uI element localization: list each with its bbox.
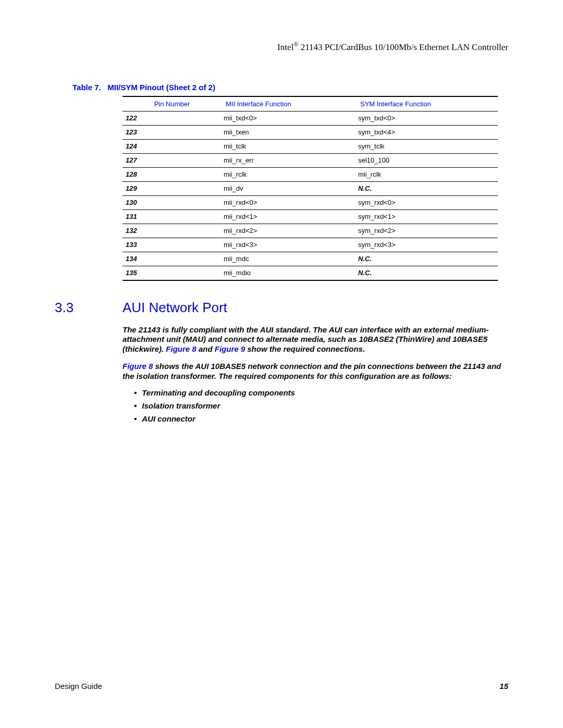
cell-pin: 131 [123, 209, 222, 224]
table-row: 131mii_rxd<1>sym_rxd<1> [123, 209, 498, 224]
cell-sym: mii_rclk [356, 167, 498, 181]
page-number: 15 [499, 682, 508, 690]
cell-sym: sym_rxd<0> [356, 195, 498, 209]
figure-ref-8b[interactable]: Figure 8 [123, 362, 153, 371]
cell-mii: mii_rclk [222, 167, 356, 181]
cell-pin: 122 [123, 111, 222, 125]
header-title: 21143 PCI/CardBus 10/100Mb/s Ethernet LA… [298, 42, 508, 52]
cell-pin: 124 [123, 139, 222, 153]
cell-mii: mii_txen [222, 125, 356, 139]
figure-ref-9[interactable]: Figure 9 [215, 344, 245, 353]
page-footer: Design Guide 15 [55, 682, 508, 690]
table-row: 123mii_txensym_txd<4> [123, 125, 498, 139]
bullet-list: Terminating and decoupling components Is… [123, 388, 508, 424]
page-header: Intel® 21143 PCI/CardBus 10/100Mb/s Ethe… [55, 41, 508, 53]
section-heading: 3.3 AUI Network Port [55, 300, 508, 316]
footer-left: Design Guide [55, 682, 102, 690]
table-header-row: Pin Number MII Interface Function SYM In… [123, 96, 498, 112]
cell-sym: sym_txd<0> [356, 111, 498, 125]
table-row: 133mii_rxd<3>sym_rxd<3> [123, 238, 498, 252]
table-row: 132mii_rxd<2>sym_rxd<2> [123, 224, 498, 238]
table-row: 128mii_rclkmii_rclk [123, 167, 498, 181]
registered-icon: ® [293, 41, 298, 48]
table-row: 135mii_mdioN.C. [123, 266, 498, 280]
cell-pin: 128 [123, 167, 222, 181]
table-row: 129mii_dvN.C. [123, 181, 498, 195]
cell-mii: mii_rxd<1> [222, 209, 356, 224]
table-caption: Table 7. MII/SYM Pinout (Sheet 2 of 2) [72, 83, 508, 92]
cell-sym: N.C. [356, 252, 498, 266]
table-row: 124mii_tclksym_tclk [123, 139, 498, 153]
table-row: 130mii_rxd<0>sym_rxd<0> [123, 195, 498, 209]
cell-mii: mii_rxd<2> [222, 224, 356, 238]
cell-mii: mii_rx_err [222, 153, 356, 167]
cell-mii: mii_mdio [222, 266, 356, 280]
cell-sym: N.C. [356, 181, 498, 195]
list-item: Isolation transformer [134, 401, 508, 411]
cell-sym: sym_rxd<2> [356, 224, 498, 238]
cell-sym: sym_rxd<1> [356, 209, 498, 224]
brand: Intel [277, 42, 293, 52]
table-row: 127mii_rx_errsel10_100 [123, 153, 498, 167]
list-item: AUI connector [134, 414, 508, 424]
section-title: AUI Network Port [123, 300, 227, 316]
cell-pin: 135 [123, 266, 222, 280]
cell-pin: 130 [123, 195, 222, 209]
paragraph: Figure 8 shows the AUI 10BASE5 network c… [123, 362, 508, 381]
cell-pin: 132 [123, 224, 222, 238]
cell-sym: sel10_100 [356, 153, 498, 167]
pinout-table: Pin Number MII Interface Function SYM In… [123, 96, 498, 281]
col-sym-function: SYM Interface Function [356, 96, 498, 112]
table-row: 122mii_txd<0>sym_txd<0> [123, 111, 498, 125]
cell-sym: sym_rxd<3> [356, 238, 498, 252]
table-row: 134mii_mdcN.C. [123, 252, 498, 266]
col-pin-number: Pin Number [123, 96, 222, 112]
cell-sym: sym_tclk [356, 139, 498, 153]
cell-pin: 134 [123, 252, 222, 266]
cell-mii: mii_mdc [222, 252, 356, 266]
cell-pin: 129 [123, 181, 222, 195]
cell-pin: 127 [123, 153, 222, 167]
col-mii-function: MII Interface Function [222, 96, 356, 112]
cell-pin: 133 [123, 238, 222, 252]
paragraph: The 21143 is fully compliant with the AU… [123, 325, 508, 354]
figure-ref-8[interactable]: Figure 8 [166, 344, 196, 353]
section-number: 3.3 [55, 300, 123, 316]
cell-mii: mii_rxd<0> [222, 195, 356, 209]
cell-mii: mii_txd<0> [222, 111, 356, 125]
cell-sym: N.C. [356, 266, 498, 280]
list-item: Terminating and decoupling components [134, 388, 508, 398]
cell-pin: 123 [123, 125, 222, 139]
cell-sym: sym_txd<4> [356, 125, 498, 139]
cell-mii: mii_tclk [222, 139, 356, 153]
section-body: The 21143 is fully compliant with the AU… [123, 325, 508, 424]
cell-mii: mii_dv [222, 181, 356, 195]
cell-mii: mii_rxd<3> [222, 238, 356, 252]
